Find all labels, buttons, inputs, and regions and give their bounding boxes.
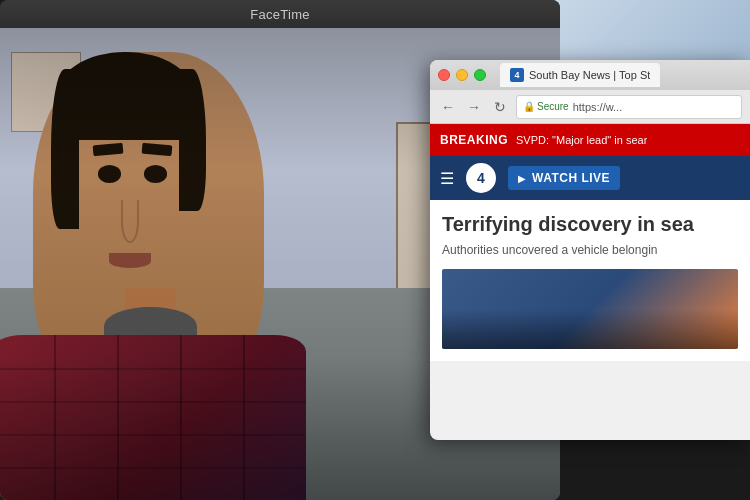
shirt bbox=[0, 335, 306, 500]
browser-window: 4 South Bay News | Top St ← → ↻ 🔒 Secure… bbox=[430, 60, 750, 440]
hamburger-menu-icon[interactable]: ☰ bbox=[440, 169, 454, 188]
facetime-title: FaceTime bbox=[250, 7, 310, 22]
tab-title: South Bay News | Top St bbox=[529, 69, 650, 81]
eye-right bbox=[144, 165, 167, 183]
plaid-line-v3 bbox=[180, 335, 182, 500]
secure-label: Secure bbox=[537, 101, 569, 112]
article-image bbox=[442, 269, 738, 349]
plaid-line-h3 bbox=[0, 434, 306, 436]
back-button[interactable]: ← bbox=[438, 97, 458, 117]
article-subtitle: Authorities uncovered a vehicle belongin bbox=[442, 242, 738, 259]
plaid-line-v1 bbox=[54, 335, 56, 500]
browser-urlbar: ← → ↻ 🔒 Secure https://w... bbox=[430, 90, 750, 124]
maximize-button[interactable] bbox=[474, 69, 486, 81]
channel-logo: 4 bbox=[466, 163, 496, 193]
eyebrow-left bbox=[93, 142, 124, 155]
breaking-news-bar: BREAKING SVPD: "Major lead" in sear bbox=[430, 124, 750, 156]
hair-side-left bbox=[51, 69, 79, 228]
play-icon: ▶ bbox=[518, 173, 526, 184]
article-title: Terrifying discovery in sea bbox=[442, 212, 738, 236]
facetime-titlebar: FaceTime bbox=[0, 0, 560, 28]
article-image-overlay bbox=[442, 309, 738, 349]
breaking-label: BREAKING bbox=[440, 133, 508, 147]
plaid-line-v2 bbox=[117, 335, 119, 500]
secure-badge: 🔒 Secure bbox=[523, 101, 569, 112]
plaid-line-h4 bbox=[0, 467, 306, 469]
browser-titlebar: 4 South Bay News | Top St bbox=[430, 60, 750, 90]
mouth bbox=[109, 253, 151, 267]
browser-tab[interactable]: 4 South Bay News | Top St bbox=[500, 63, 660, 87]
refresh-button[interactable]: ↻ bbox=[490, 97, 510, 117]
lock-icon: 🔒 bbox=[523, 101, 535, 112]
eye-left bbox=[98, 165, 121, 183]
watch-live-label: WATCH LIVE bbox=[532, 171, 610, 185]
tab-favicon: 4 bbox=[510, 68, 524, 82]
person-figure bbox=[0, 28, 390, 500]
plaid-line-h2 bbox=[0, 401, 306, 403]
plaid-line-v4 bbox=[243, 335, 245, 500]
browser-content: Terrifying discovery in sea Authorities … bbox=[430, 200, 750, 361]
eyebrow-right bbox=[141, 142, 172, 155]
close-button[interactable] bbox=[438, 69, 450, 81]
hair-side-right bbox=[179, 69, 207, 211]
watch-live-button[interactable]: ▶ WATCH LIVE bbox=[508, 166, 620, 190]
nose bbox=[121, 200, 139, 242]
breaking-text: SVPD: "Major lead" in sear bbox=[516, 134, 647, 146]
site-navbar: ☰ 4 ▶ WATCH LIVE bbox=[430, 156, 750, 200]
forward-button[interactable]: → bbox=[464, 97, 484, 117]
minimize-button[interactable] bbox=[456, 69, 468, 81]
url-text: https://w... bbox=[573, 101, 623, 113]
plaid-line-h1 bbox=[0, 368, 306, 370]
url-bar[interactable]: 🔒 Secure https://w... bbox=[516, 95, 742, 119]
